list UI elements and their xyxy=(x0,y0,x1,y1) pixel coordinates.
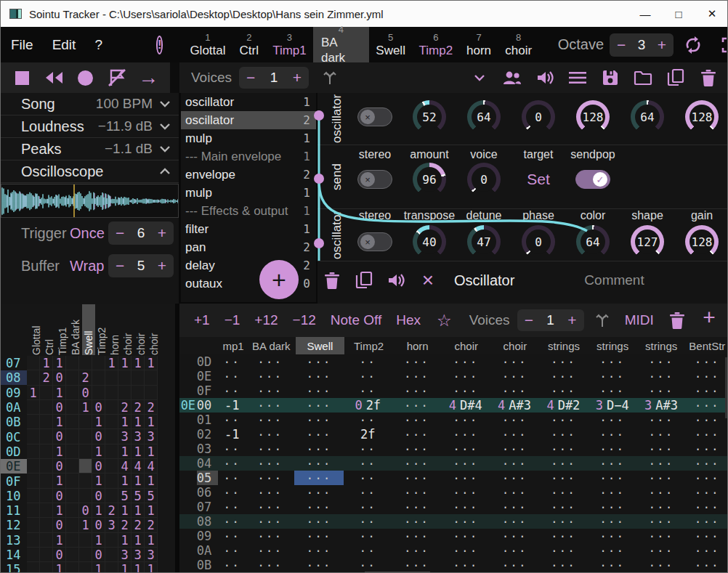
pattern-cell[interactable]: ··· xyxy=(539,354,588,369)
pattern-cell[interactable]: ··· xyxy=(539,369,588,383)
pattern-cell[interactable]: ·· xyxy=(218,500,246,514)
buffer-minus-button[interactable]: − xyxy=(108,257,132,275)
pattern-cell[interactable]: 02f xyxy=(344,398,392,413)
unit-list-item[interactable]: pan2 xyxy=(181,238,316,256)
order-cell[interactable]: 1 xyxy=(92,474,105,488)
pattern-cell[interactable]: ··· xyxy=(294,427,343,442)
order-row[interactable]: 0E00444 xyxy=(1,459,175,474)
order-cell[interactable]: 2 xyxy=(132,400,145,415)
order-cell[interactable] xyxy=(66,489,79,503)
order-cell[interactable] xyxy=(40,444,53,459)
pattern-cell[interactable]: ··· xyxy=(588,543,636,558)
order-cell[interactable]: 3 xyxy=(132,548,145,562)
stop-button[interactable] xyxy=(9,64,36,92)
pattern-cell[interactable]: ·· xyxy=(218,471,246,485)
menu-icon[interactable] xyxy=(561,62,594,93)
pattern-cell[interactable]: ··· xyxy=(490,427,538,442)
order-cell[interactable] xyxy=(66,562,79,573)
pattern-cell[interactable]: ··· xyxy=(490,485,538,500)
order-cell[interactable] xyxy=(79,444,92,459)
pattern-cell[interactable]: ··· xyxy=(490,369,538,383)
pattern-button-+12[interactable]: +12 xyxy=(254,312,278,328)
pattern-cell[interactable]: ··· xyxy=(294,514,343,529)
menu-item-help[interactable]: ? xyxy=(94,37,102,53)
order-cell[interactable] xyxy=(66,533,79,548)
pattern-cell[interactable]: ··· xyxy=(686,383,728,398)
trigger-plus-button[interactable]: + xyxy=(150,224,174,242)
order-cell[interactable] xyxy=(27,533,40,548)
order-cell[interactable]: 0 xyxy=(53,459,66,474)
unit-copy-icon[interactable] xyxy=(348,264,380,296)
pattern-cell[interactable]: ··· xyxy=(539,514,588,529)
toggle-sendpop[interactable]: ✓ xyxy=(575,170,610,189)
pattern-cell[interactable]: ··· xyxy=(441,514,490,529)
order-cell[interactable]: 1 xyxy=(53,474,66,488)
pattern-track-header-bentstr[interactable]: BentStr xyxy=(686,337,728,354)
pattern-vertical-scrollbar[interactable] xyxy=(725,357,728,418)
menu-item-edit[interactable]: Edit xyxy=(52,37,76,53)
order-cell[interactable]: 1 xyxy=(92,503,105,518)
knob-param[interactable]: 64 xyxy=(631,100,664,134)
order-cell[interactable]: 1 xyxy=(118,503,132,518)
tab-instrument-timp1[interactable]: 3Timp1 xyxy=(266,27,313,62)
order-cell[interactable]: 4 xyxy=(132,459,145,474)
pattern-cell[interactable]: ··· xyxy=(392,369,441,383)
order-cell[interactable]: 1 xyxy=(145,356,158,370)
order-cell[interactable]: 3 xyxy=(118,429,132,444)
pattern-split-icon[interactable] xyxy=(591,306,613,334)
pattern-cell[interactable]: ·· xyxy=(344,442,392,456)
pattern-cell[interactable]: ··· xyxy=(441,500,490,514)
trigger-mode-button[interactable]: Once xyxy=(70,225,105,242)
pattern-cell[interactable]: ··· xyxy=(392,398,441,413)
unit-list-item[interactable]: --- Main envelope1 xyxy=(181,147,316,166)
order-cell[interactable] xyxy=(105,489,118,503)
close-button[interactable]: ✕ xyxy=(695,1,728,27)
pattern-add-icon[interactable]: + xyxy=(695,305,723,330)
pattern-cell[interactable]: ··· xyxy=(490,413,538,427)
pattern-cell[interactable]: ··· xyxy=(588,369,636,383)
order-cell[interactable] xyxy=(105,548,118,562)
pattern-row[interactable]: 03······························· xyxy=(179,442,728,456)
order-cell[interactable]: 2 xyxy=(40,370,53,385)
pattern-cell[interactable]: ··· xyxy=(539,485,588,500)
buffer-mode-button[interactable]: Wrap xyxy=(70,258,104,275)
order-cell[interactable]: 1 xyxy=(40,356,53,370)
pattern-track-header-horn[interactable]: horn xyxy=(393,337,442,354)
pattern-cell[interactable]: ··· xyxy=(246,543,294,558)
pattern-cell[interactable]: ··· xyxy=(246,413,294,427)
order-cell[interactable] xyxy=(118,386,132,400)
pattern-delete-icon[interactable] xyxy=(663,306,691,334)
open-folder-icon[interactable] xyxy=(626,62,659,93)
order-cell[interactable]: 0 xyxy=(92,548,105,562)
order-row[interactable]: 0F11111 xyxy=(1,474,175,488)
order-track-header-choir[interactable]: choir xyxy=(147,304,161,355)
pattern-cell[interactable]: ··· xyxy=(441,354,490,369)
toggle-stereo[interactable]: × xyxy=(357,232,392,251)
pattern-cell[interactable]: ··· xyxy=(539,558,588,572)
unit-list-item[interactable]: oscillator1 xyxy=(181,93,316,111)
order-cell[interactable]: 2 xyxy=(105,503,118,518)
order-cell[interactable] xyxy=(66,370,79,385)
pattern-cell[interactable]: ··· xyxy=(539,442,588,456)
order-cell[interactable] xyxy=(40,400,53,415)
pattern-cell[interactable]: ··· xyxy=(246,500,294,514)
pattern-cell[interactable]: ·· xyxy=(344,456,392,471)
pattern-cell[interactable]: ··· xyxy=(686,354,728,369)
order-cell[interactable] xyxy=(66,503,79,518)
voices-minus-button[interactable]: − xyxy=(239,69,262,86)
pattern-cell[interactable]: ·· xyxy=(344,369,392,383)
pattern-cell[interactable]: ··· xyxy=(392,485,441,500)
unit-comment-field[interactable]: Comment xyxy=(584,272,644,288)
order-cell[interactable] xyxy=(27,489,40,503)
unit-list-item[interactable]: --- Effects & output1 xyxy=(181,202,316,220)
order-row[interactable]: 120103222 xyxy=(1,518,175,532)
unit-row-oscillator[interactable]: oscillatorstereo×transpose40detune47phas… xyxy=(318,209,728,261)
order-cell[interactable]: 0 xyxy=(53,429,66,444)
pattern-cell[interactable]: ··· xyxy=(294,471,343,485)
octave-minus-button[interactable]: − xyxy=(610,36,633,54)
pattern-cell[interactable]: ··· xyxy=(588,514,636,529)
order-cell[interactable]: 1 xyxy=(118,444,132,459)
order-cell[interactable]: 1 xyxy=(53,356,66,370)
order-cell[interactable] xyxy=(40,429,53,444)
order-cell[interactable]: 1 xyxy=(118,562,132,573)
